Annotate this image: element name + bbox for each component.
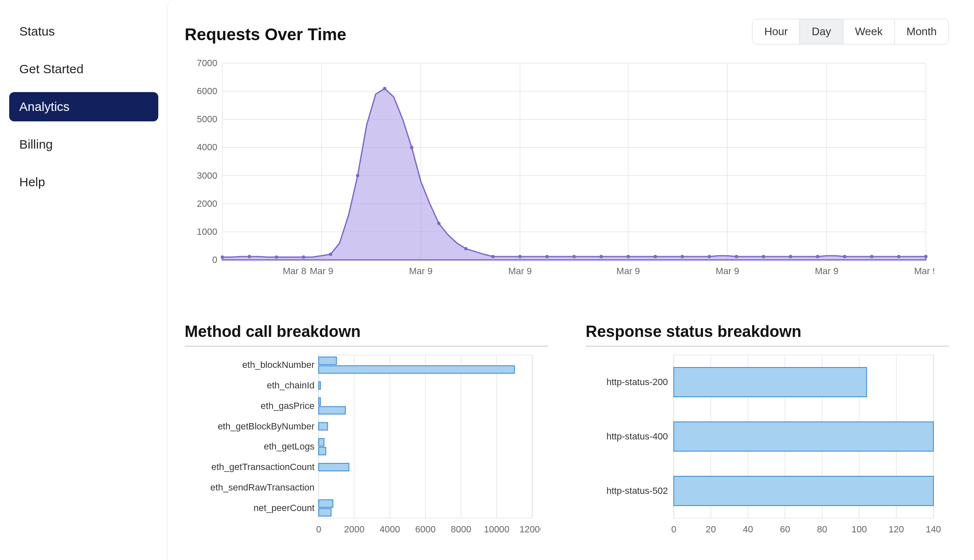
time-toggle-hour[interactable]: Hour <box>752 19 799 44</box>
svg-point-52 <box>762 255 765 258</box>
svg-text:1000: 1000 <box>197 226 217 237</box>
sidebar-item-billing[interactable]: Billing <box>9 130 158 159</box>
svg-point-40 <box>437 222 441 225</box>
svg-text:eth_sendRawTransaction: eth_sendRawTransaction <box>210 482 314 493</box>
time-range-toggle: Hour Day Week Month <box>752 19 949 44</box>
main-content: Requests Over Time Hour Day Week Month 0… <box>167 0 974 560</box>
svg-point-37 <box>356 174 359 177</box>
svg-text:0: 0 <box>212 254 217 265</box>
requests-over-time-chart: 01000200030004000500060007000Mar 8Mar 9M… <box>185 59 949 293</box>
svg-rect-111 <box>674 367 867 397</box>
svg-text:0: 0 <box>316 524 321 534</box>
svg-rect-88 <box>319 463 349 471</box>
svg-text:Mar 8: Mar 8 <box>283 266 306 276</box>
svg-point-57 <box>897 255 900 258</box>
svg-rect-85 <box>319 439 324 446</box>
svg-text:eth_blockNumber: eth_blockNumber <box>242 360 314 370</box>
svg-rect-78 <box>319 382 320 389</box>
sidebar-item-help[interactable]: Help <box>9 167 158 197</box>
svg-text:100: 100 <box>851 524 867 534</box>
svg-text:2000: 2000 <box>344 524 365 534</box>
chart-title-requests: Requests Over Time <box>185 25 346 44</box>
svg-rect-76 <box>319 366 515 373</box>
time-toggle-day[interactable]: Day <box>799 19 843 44</box>
svg-point-53 <box>789 255 792 258</box>
time-toggle-month[interactable]: Month <box>894 19 948 44</box>
svg-point-32 <box>221 255 224 259</box>
svg-text:eth_chainId: eth_chainId <box>267 380 314 390</box>
svg-point-34 <box>275 255 278 259</box>
svg-point-35 <box>302 255 305 259</box>
svg-rect-115 <box>674 476 933 506</box>
svg-point-47 <box>626 255 630 258</box>
chart-title-method: Method call breakdown <box>185 323 548 347</box>
svg-text:Mar 9: Mar 9 <box>616 266 640 276</box>
svg-point-46 <box>600 255 603 258</box>
svg-text:http-status-200: http-status-200 <box>606 377 668 387</box>
svg-text:6000: 6000 <box>415 524 436 534</box>
response-status-breakdown-chart: 020406080100120140http-status-200http-st… <box>586 351 949 543</box>
svg-text:10000: 10000 <box>484 524 509 534</box>
svg-point-49 <box>680 255 684 258</box>
svg-point-42 <box>491 255 495 258</box>
svg-text:0: 0 <box>671 524 676 534</box>
svg-text:4000: 4000 <box>197 142 217 152</box>
svg-rect-86 <box>319 447 326 455</box>
svg-text:eth_getTransactionCount: eth_getTransactionCount <box>211 462 314 472</box>
svg-point-44 <box>545 255 549 258</box>
svg-point-54 <box>816 255 819 258</box>
svg-rect-83 <box>319 423 327 430</box>
svg-text:7000: 7000 <box>197 59 217 68</box>
svg-point-39 <box>410 146 413 149</box>
svg-point-48 <box>654 255 657 258</box>
svg-rect-113 <box>674 422 933 451</box>
svg-rect-91 <box>319 500 333 507</box>
svg-text:Mar 9: Mar 9 <box>508 266 532 276</box>
svg-text:http-status-502: http-status-502 <box>606 486 668 496</box>
svg-point-38 <box>383 87 387 90</box>
time-toggle-week[interactable]: Week <box>843 19 894 44</box>
svg-point-56 <box>870 255 874 258</box>
svg-text:5000: 5000 <box>197 114 217 124</box>
svg-point-55 <box>843 255 846 258</box>
svg-text:3000: 3000 <box>197 170 217 181</box>
svg-text:Mar 9: Mar 9 <box>409 266 433 276</box>
svg-text:140: 140 <box>925 524 941 534</box>
svg-text:40: 40 <box>742 524 752 534</box>
svg-text:net_peerCount: net_peerCount <box>253 503 314 513</box>
svg-text:2000: 2000 <box>197 198 217 209</box>
svg-text:Mar 9: Mar 9 <box>310 266 333 276</box>
svg-rect-75 <box>319 357 337 365</box>
svg-text:8000: 8000 <box>451 524 472 534</box>
svg-point-50 <box>708 255 711 258</box>
sidebar-item-status[interactable]: Status <box>9 17 158 46</box>
svg-text:60: 60 <box>780 524 790 534</box>
svg-text:http-status-400: http-status-400 <box>606 431 668 442</box>
svg-text:4000: 4000 <box>380 524 400 534</box>
svg-rect-81 <box>319 406 345 414</box>
svg-text:20: 20 <box>706 524 716 534</box>
svg-point-51 <box>735 255 738 258</box>
svg-text:80: 80 <box>817 524 827 534</box>
svg-text:120: 120 <box>889 524 904 534</box>
svg-rect-92 <box>319 509 331 516</box>
svg-text:eth_getBlockByNumber: eth_getBlockByNumber <box>218 421 314 432</box>
sidebar-item-analytics[interactable]: Analytics <box>9 92 158 121</box>
svg-point-58 <box>924 255 928 258</box>
sidebar-item-get-started[interactable]: Get Started <box>9 54 158 84</box>
svg-point-41 <box>464 247 468 250</box>
svg-text:12000: 12000 <box>519 524 541 534</box>
svg-rect-80 <box>319 398 320 405</box>
method-call-breakdown-chart: 020004000600080001000012000eth_blockNumb… <box>185 351 548 543</box>
svg-point-45 <box>572 255 576 258</box>
chart-title-status: Response status breakdown <box>586 323 949 347</box>
svg-point-36 <box>329 253 332 256</box>
svg-text:eth_getLogs: eth_getLogs <box>264 441 314 452</box>
svg-point-43 <box>518 255 522 258</box>
svg-text:Mar 9: Mar 9 <box>914 266 934 276</box>
svg-point-33 <box>248 255 251 258</box>
svg-text:Mar 9: Mar 9 <box>716 266 739 276</box>
svg-text:6000: 6000 <box>197 86 217 96</box>
sidebar: Status Get Started Analytics Billing Hel… <box>0 0 167 560</box>
svg-text:Mar 9: Mar 9 <box>815 266 838 276</box>
